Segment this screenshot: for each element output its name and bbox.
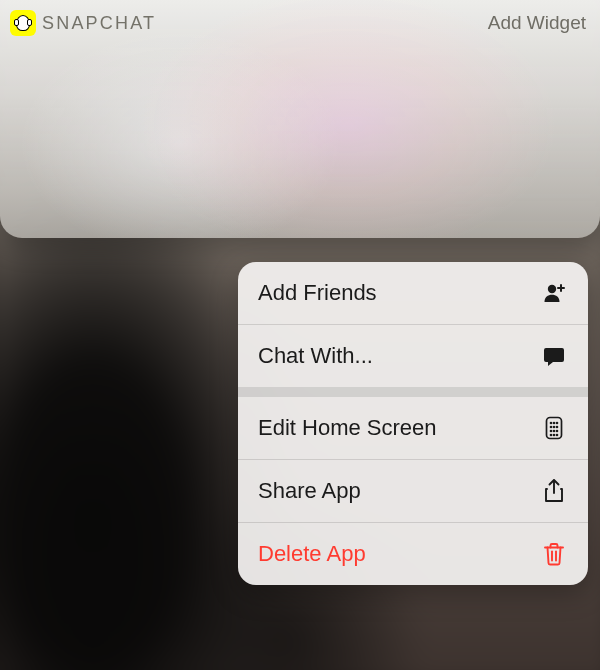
widget-preview-card: SNAPCHAT Add Widget xyxy=(0,0,600,238)
snapchat-app-icon xyxy=(10,10,36,36)
svg-point-15 xyxy=(556,434,559,437)
svg-point-6 xyxy=(556,422,559,425)
menu-item-add-friends[interactable]: Add Friends xyxy=(238,262,588,324)
context-menu: Add Friends Chat With... Edit Home Scree… xyxy=(238,262,588,585)
svg-rect-2 xyxy=(557,287,565,289)
svg-point-10 xyxy=(550,430,553,433)
menu-item-label: Add Friends xyxy=(258,280,377,306)
trash-icon xyxy=(540,540,568,568)
menu-item-delete-app[interactable]: Delete App xyxy=(238,523,588,585)
person-add-icon xyxy=(540,279,568,307)
ghost-logo-icon xyxy=(16,15,30,31)
menu-item-label: Share App xyxy=(258,478,361,504)
share-icon xyxy=(540,477,568,505)
menu-item-label: Edit Home Screen xyxy=(258,415,437,441)
widget-title-group: SNAPCHAT xyxy=(10,10,156,36)
svg-point-8 xyxy=(553,426,556,429)
svg-point-12 xyxy=(556,430,559,433)
apps-grid-icon xyxy=(540,414,568,442)
svg-point-13 xyxy=(550,434,553,437)
svg-point-11 xyxy=(553,430,556,433)
app-name-label: SNAPCHAT xyxy=(42,13,156,34)
svg-point-4 xyxy=(550,422,553,425)
svg-point-7 xyxy=(550,426,553,429)
add-widget-button[interactable]: Add Widget xyxy=(488,12,586,34)
svg-point-0 xyxy=(548,285,556,293)
svg-point-5 xyxy=(553,422,556,425)
menu-item-label: Chat With... xyxy=(258,343,373,369)
menu-item-label: Delete App xyxy=(258,541,366,567)
menu-item-edit-home-screen[interactable]: Edit Home Screen xyxy=(238,397,588,459)
chat-icon xyxy=(540,342,568,370)
svg-point-14 xyxy=(553,434,556,437)
menu-item-chat-with[interactable]: Chat With... xyxy=(238,325,588,387)
widget-header: SNAPCHAT Add Widget xyxy=(0,0,600,40)
menu-group-divider xyxy=(238,387,588,397)
menu-item-share-app[interactable]: Share App xyxy=(238,460,588,522)
svg-point-9 xyxy=(556,426,559,429)
